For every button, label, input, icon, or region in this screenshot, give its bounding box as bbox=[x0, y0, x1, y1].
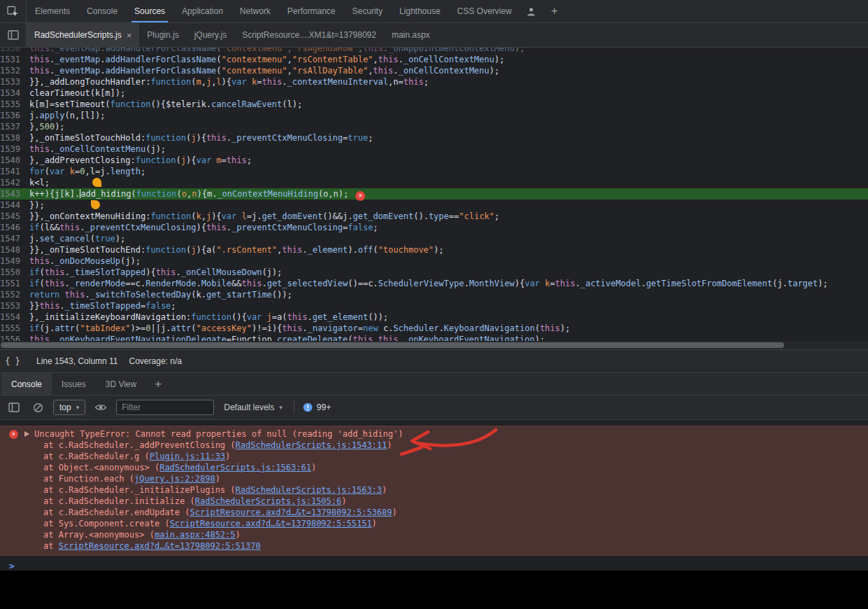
source-link[interactable]: RadSchedulerScripts.js:1563:61 bbox=[159, 463, 311, 472]
line-number[interactable]: 1548 bbox=[0, 244, 29, 255]
panel-tab-sources[interactable]: Sources bbox=[126, 0, 173, 22]
line-number[interactable]: 1535 bbox=[0, 99, 29, 110]
line-number[interactable]: 1550 bbox=[0, 267, 29, 278]
line-number[interactable]: 1543 bbox=[0, 188, 29, 200]
code-line-1553[interactable]: 1553}}this._timeSlotTapped=false; bbox=[0, 300, 868, 312]
line-number[interactable]: 1530 bbox=[0, 48, 29, 54]
add-drawer-tab-button[interactable]: + bbox=[146, 373, 170, 395]
file-tab-radschedulerscripts-js[interactable]: RadSchedulerScripts.js× bbox=[27, 23, 139, 47]
code-line-1535[interactable]: 1535k[m]=setTimeout(function(){$telerik.… bbox=[0, 99, 868, 110]
line-number[interactable]: 1534 bbox=[0, 88, 29, 99]
code-line-1552[interactable]: 1552return this._switchToSelectedDay(k.g… bbox=[0, 289, 868, 300]
expand-triangle-icon[interactable] bbox=[24, 431, 29, 437]
code-line-1546[interactable]: 1546if(l&&this._preventCtxMenuClosing){t… bbox=[0, 222, 868, 233]
panel-tab-console[interactable]: Console bbox=[78, 0, 126, 22]
line-number[interactable]: 1552 bbox=[0, 289, 29, 300]
drawer-tab-issues[interactable]: Issues bbox=[52, 373, 96, 395]
code-editor[interactable]: 1530this._eventMap.addHandlerForClassNam… bbox=[0, 48, 868, 341]
log-levels-dropdown[interactable]: Default levels ▾ bbox=[221, 402, 285, 412]
code-line-1536[interactable]: 1536j.apply(n,[l]); bbox=[0, 110, 868, 121]
code-line-1542[interactable]: 1542k<l; bbox=[0, 177, 868, 188]
line-number[interactable]: 1547 bbox=[0, 233, 29, 244]
drawer-tab-console[interactable]: Console bbox=[1, 373, 52, 395]
line-number[interactable]: 1532 bbox=[0, 65, 29, 76]
panel-tab-network[interactable]: Network bbox=[232, 0, 279, 22]
line-number[interactable]: 1538 bbox=[0, 132, 29, 144]
file-tab-main-aspx[interactable]: main.aspx bbox=[384, 23, 438, 47]
file-tab-scriptresource-xm1-t-13798092[interactable]: ScriptResource....XM1&t=13798092 bbox=[234, 23, 384, 47]
line-number[interactable]: 1542 bbox=[0, 177, 29, 188]
line-number[interactable]: 1541 bbox=[0, 166, 29, 177]
navigator-toggle-icon[interactable] bbox=[0, 23, 27, 47]
code-line-1543[interactable]: 1543k++){j[k].add_hiding(function(o,n){m… bbox=[0, 188, 868, 200]
context-selector[interactable]: top ▾ bbox=[53, 400, 85, 415]
scrollbar-thumb[interactable] bbox=[1, 342, 784, 348]
pretty-print-button[interactable]: { } bbox=[0, 350, 25, 372]
source-link[interactable]: ScriptResource.axd?d…&t=13798092:5:53689 bbox=[190, 507, 392, 517]
code-line-1537[interactable]: 1537},500); bbox=[0, 121, 868, 132]
line-number[interactable]: 1531 bbox=[0, 54, 29, 65]
code-line-1541[interactable]: 1541for(var k=0,l=j.length; bbox=[0, 166, 868, 177]
clear-console-icon[interactable] bbox=[29, 399, 46, 416]
selection-handle-top-icon[interactable] bbox=[92, 178, 101, 187]
line-number[interactable]: 1540 bbox=[0, 155, 29, 166]
code-line-1532[interactable]: 1532this._eventMap.addHandlerForClassNam… bbox=[0, 65, 868, 76]
code-line-1547[interactable]: 1547j.set_cancel(true); bbox=[0, 233, 868, 244]
selection-handle-bottom-icon[interactable] bbox=[91, 200, 100, 209]
code-line-1551[interactable]: 1551if(this._renderMode==c.RenderMode.Mo… bbox=[0, 278, 868, 289]
line-number[interactable]: 1539 bbox=[0, 144, 29, 155]
line-number[interactable]: 1544 bbox=[0, 200, 29, 211]
console-sidebar-icon[interactable] bbox=[6, 399, 22, 416]
source-link[interactable]: main.aspx:4852:5 bbox=[155, 530, 236, 540]
panel-tab-css-overview[interactable]: CSS Overview bbox=[449, 0, 520, 22]
code-line-1548[interactable]: 1548}},_onTimeSlotTouchEnd:function(j){a… bbox=[0, 244, 868, 255]
live-expression-eye-icon[interactable] bbox=[92, 399, 109, 416]
source-link[interactable]: RadSchedulerScripts.js:1543:11 bbox=[236, 440, 387, 450]
inline-error-icon[interactable]: × bbox=[355, 191, 365, 201]
code-line-1556[interactable]: 1556this._onKeyboardEventNavigationDeleg… bbox=[0, 334, 868, 341]
panel-tab-application[interactable]: Application bbox=[173, 0, 232, 22]
line-number[interactable]: 1553 bbox=[0, 300, 29, 312]
line-number[interactable]: 1555 bbox=[0, 323, 29, 334]
line-number[interactable]: 1549 bbox=[0, 255, 29, 267]
source-link[interactable]: RadSchedulerScripts.js:1505:6 bbox=[195, 496, 342, 506]
code-line-1540[interactable]: 1540},_addPreventClosing:function(j){var… bbox=[0, 155, 868, 166]
code-line-1544[interactable]: 1544}); bbox=[0, 200, 868, 211]
console-prompt[interactable]: > bbox=[0, 560, 868, 570]
panel-tab-security[interactable]: Security bbox=[344, 0, 391, 22]
source-link[interactable]: ScriptResource.axd?d…&t=13798092:5:55151 bbox=[170, 519, 372, 528]
code-line-1554[interactable]: 1554},_initializeKeyboardNavigation:func… bbox=[0, 312, 868, 323]
line-number[interactable]: 1537 bbox=[0, 121, 29, 132]
code-line-1549[interactable]: 1549this._onDocMouseUp(j); bbox=[0, 255, 868, 267]
line-number[interactable]: 1533 bbox=[0, 76, 29, 88]
panel-tab-lighthouse[interactable]: Lighthouse bbox=[391, 0, 449, 22]
code-line-1530[interactable]: 1530this._eventMap.addHandlerForClassNam… bbox=[0, 48, 868, 54]
line-number[interactable]: 1556 bbox=[0, 334, 29, 341]
code-line-1555[interactable]: 1555if(j.attr("tabIndex")>=0||j.attr("ac… bbox=[0, 323, 868, 334]
user-panel-icon[interactable] bbox=[520, 0, 543, 22]
code-line-1533[interactable]: 1533}},_addLongTouchHandler:function(m,j… bbox=[0, 76, 868, 88]
code-line-1534[interactable]: 1534clearTimeout(k[m]); bbox=[0, 88, 868, 99]
source-link[interactable]: Plugin.js:11:33 bbox=[150, 451, 225, 461]
issues-counter[interactable]: 99+ bbox=[303, 402, 331, 412]
inspect-icon[interactable] bbox=[0, 0, 27, 22]
panel-tab-elements[interactable]: Elements bbox=[27, 0, 78, 22]
horizontal-scrollbar[interactable] bbox=[0, 341, 868, 349]
line-number[interactable]: 1536 bbox=[0, 110, 29, 121]
console-filter-input[interactable] bbox=[116, 400, 214, 415]
line-number[interactable]: 1546 bbox=[0, 222, 29, 233]
source-link[interactable]: ScriptResource.axd?d…&t=13798092:5:51370 bbox=[59, 541, 261, 551]
file-tab-jquery-js[interactable]: jQuery.js bbox=[187, 23, 234, 47]
code-line-1550[interactable]: 1550if(this._timeSlotTapped){this._onCel… bbox=[0, 267, 868, 278]
code-line-1545[interactable]: 1545}},_onContextMenuHiding:function(k,j… bbox=[0, 211, 868, 222]
line-number[interactable]: 1545 bbox=[0, 211, 29, 222]
code-line-1539[interactable]: 1539this._onCellContextMenu(j); bbox=[0, 144, 868, 155]
drawer-tab-3d-view[interactable]: 3D View bbox=[96, 373, 146, 395]
code-line-1538[interactable]: 1538},_onTimeSlotTouchHold:function(j){t… bbox=[0, 132, 868, 144]
source-link[interactable]: jQuery.js:2:2898 bbox=[134, 474, 215, 484]
file-tab-plugin-js[interactable]: Plugin.js bbox=[139, 23, 186, 47]
close-icon[interactable]: × bbox=[127, 30, 132, 41]
more-panels-button[interactable]: + bbox=[543, 0, 567, 22]
panel-tab-performance[interactable]: Performance bbox=[279, 0, 344, 22]
code-line-1531[interactable]: 1531this._eventMap.addHandlerForClassNam… bbox=[0, 54, 868, 65]
